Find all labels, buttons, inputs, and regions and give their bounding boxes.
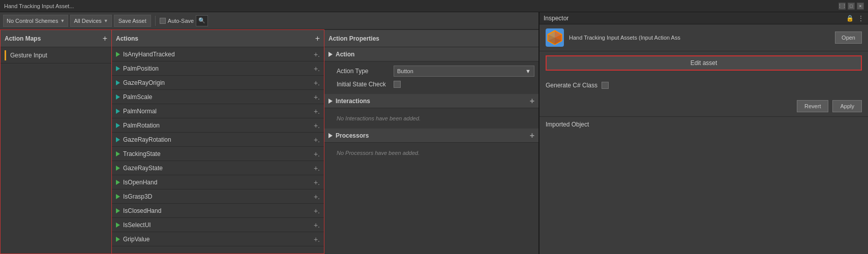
- more-options-icon[interactable]: ⋮: [858, 15, 864, 22]
- imported-object-label: Imported Object: [546, 121, 589, 128]
- action-properties-header: Action Properties: [324, 30, 538, 47]
- action-name-label: IsClosedHand: [123, 207, 314, 214]
- interactions-triangle-icon: [328, 99, 333, 104]
- columns-area: Action Maps + Gesture Input Actions + Is…: [0, 29, 538, 254]
- action-triangle-icon: [116, 66, 120, 71]
- processors-triangle-icon: [328, 133, 333, 138]
- actions-list: IsAnyHandTracked+.PalmPosition+.GazeRayO…: [112, 47, 324, 246]
- initial-state-label: Initial State Check: [328, 81, 390, 88]
- action-list-item[interactable]: TrackingState+.: [112, 147, 324, 161]
- add-processor-button[interactable]: +: [530, 131, 534, 140]
- action-name-label: GazeRayState: [123, 165, 314, 172]
- action-section-body: Action Type Button ▼ Initial State Check: [324, 61, 538, 94]
- action-add-icon[interactable]: +.: [314, 79, 320, 87]
- action-add-icon[interactable]: +.: [314, 136, 320, 144]
- processors-section-body: No Processors have been added.: [324, 143, 538, 163]
- action-add-icon[interactable]: +.: [314, 221, 320, 229]
- action-add-icon[interactable]: +.: [314, 107, 320, 115]
- window-title: Hand Tracking Input Asset...: [4, 3, 74, 9]
- action-list-item[interactable]: IsSelectUI+.: [112, 218, 324, 232]
- inspector-generate-section: Generate C# Class: [540, 75, 868, 96]
- action-add-icon[interactable]: +.: [314, 93, 320, 101]
- action-name-label: PalmNormal: [123, 108, 314, 115]
- action-list-item[interactable]: PalmScale+.: [112, 90, 324, 104]
- inspector-title: Inspector: [544, 15, 568, 22]
- action-list-item[interactable]: IsOpenHand+.: [112, 175, 324, 189]
- generate-checkbox[interactable]: [602, 82, 609, 89]
- action-list-item[interactable]: PalmPosition+.: [112, 61, 324, 76]
- revert-button[interactable]: Revert: [797, 100, 828, 112]
- action-add-icon[interactable]: +.: [314, 207, 320, 215]
- action-add-icon[interactable]: +.: [314, 178, 320, 186]
- action-triangle-icon: [116, 80, 120, 85]
- search-button[interactable]: 🔍: [196, 15, 208, 26]
- action-add-icon[interactable]: +.: [314, 164, 320, 172]
- asset-icon: [546, 28, 564, 47]
- action-name-label: GazeRayRotation: [123, 136, 314, 143]
- action-properties-column: Action Properties Action Action Type But…: [324, 29, 538, 254]
- save-asset-button[interactable]: Save Asset: [114, 15, 151, 27]
- asset-name-label: Hand Tracking Input Assets (Input Action…: [569, 35, 830, 41]
- action-triangle-icon: [116, 123, 120, 128]
- title-bar-controls: ⋮⋮ □ ×: [839, 3, 864, 10]
- add-action-button[interactable]: +: [315, 35, 320, 43]
- action-add-icon[interactable]: +.: [314, 121, 320, 130]
- lock-icon[interactable]: 🔒: [846, 15, 854, 22]
- action-name-label: IsSelectUI: [123, 221, 314, 229]
- dropdown-arrow-icon2: ▼: [104, 18, 108, 23]
- action-triangle-icon: [116, 109, 120, 114]
- interactions-empty-text: No Interactions have been added.: [328, 111, 534, 125]
- imported-object-section: Imported Object: [540, 116, 868, 132]
- action-triangle-icon: [116, 166, 120, 171]
- apply-button[interactable]: Apply: [832, 100, 862, 112]
- action-name-label: PalmPosition: [123, 65, 314, 72]
- no-control-schemes-dropdown[interactable]: No Control Schemes ▼: [3, 15, 68, 27]
- action-list-item[interactable]: IsGrasp3D+.: [112, 189, 324, 204]
- window-menu-btn[interactable]: ⋮⋮: [839, 3, 846, 10]
- action-type-dropdown[interactable]: Button ▼: [394, 66, 534, 77]
- action-name-label: IsOpenHand: [123, 179, 314, 186]
- action-type-row: Action Type Button ▼: [328, 65, 534, 78]
- add-action-map-button[interactable]: +: [103, 35, 107, 43]
- initial-state-row: Initial State Check: [328, 78, 534, 91]
- processors-empty-text: No Processors have been added.: [328, 146, 534, 160]
- action-list-item[interactable]: IsAnyHandTracked+.: [112, 47, 324, 61]
- action-name-label: PalmScale: [123, 93, 314, 101]
- action-triangle-icon: [116, 94, 120, 100]
- initial-state-checkbox[interactable]: [394, 81, 401, 88]
- autosave-checkbox[interactable]: [160, 18, 166, 24]
- open-button[interactable]: Open: [835, 31, 862, 44]
- action-map-item[interactable]: Gesture Input: [1, 47, 111, 64]
- action-maps-column: Action Maps + Gesture Input: [0, 29, 112, 254]
- action-name-label: IsAnyHandTracked: [123, 51, 314, 58]
- main-content: No Control Schemes ▼ All Devices ▼ Save …: [0, 12, 868, 254]
- toolbar-separator: [155, 16, 156, 26]
- action-list-item[interactable]: GazeRayOrigin+.: [112, 76, 324, 90]
- edit-asset-button[interactable]: Edit asset: [546, 55, 862, 71]
- action-triangle-icon: [116, 180, 120, 185]
- action-section-header[interactable]: Action: [324, 47, 538, 61]
- action-list-item[interactable]: PalmRotation+.: [112, 118, 324, 133]
- action-list-item[interactable]: GripValue+.: [112, 232, 324, 246]
- interactions-section-header[interactable]: Interactions +: [324, 94, 538, 108]
- action-triangle-icon: [116, 137, 120, 142]
- window-close-btn[interactable]: ×: [857, 3, 864, 10]
- all-devices-dropdown[interactable]: All Devices ▼: [70, 15, 111, 27]
- action-triangle-icon: [116, 208, 120, 213]
- processors-section-header[interactable]: Processors +: [324, 129, 538, 143]
- action-list-item[interactable]: PalmNormal+.: [112, 104, 324, 118]
- action-add-icon[interactable]: +.: [314, 50, 320, 58]
- actions-header: Actions +: [112, 30, 324, 47]
- action-list-item[interactable]: GazeRayState+.: [112, 161, 324, 175]
- window-restore-btn[interactable]: □: [848, 3, 855, 10]
- action-add-icon[interactable]: +.: [314, 150, 320, 158]
- add-interaction-button[interactable]: +: [530, 97, 534, 106]
- dropdown-arrow-icon: ▼: [61, 18, 65, 23]
- action-list-item[interactable]: GazeRayRotation+.: [112, 133, 324, 147]
- action-add-icon[interactable]: +.: [314, 65, 320, 73]
- action-triangle-icon: [116, 223, 120, 228]
- action-list-item[interactable]: IsClosedHand+.: [112, 204, 324, 218]
- inspector-title-bar: Inspector 🔒 ⋮: [540, 12, 868, 24]
- action-add-icon[interactable]: +.: [314, 235, 320, 243]
- action-add-icon[interactable]: +.: [314, 193, 320, 201]
